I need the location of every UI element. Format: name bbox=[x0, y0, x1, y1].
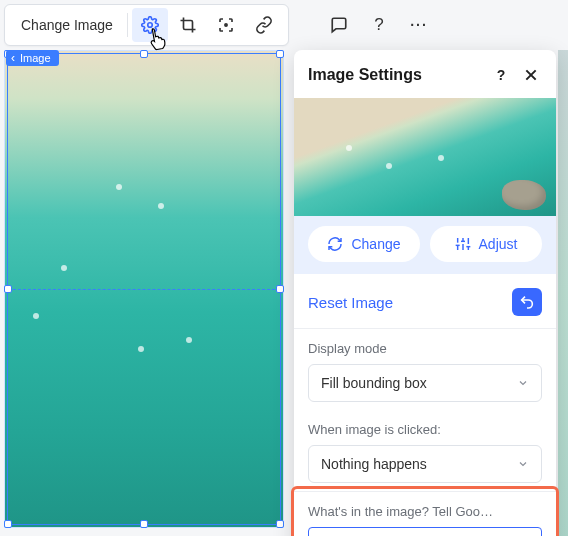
preview-block: Change Adjust bbox=[294, 98, 556, 274]
click-action-select[interactable]: Nothing happens bbox=[308, 445, 542, 483]
click-action-section: When image is clicked: Nothing happens bbox=[294, 410, 556, 491]
secondary-toolbar: ? ··· bbox=[316, 4, 442, 46]
crop-button[interactable] bbox=[170, 8, 206, 42]
display-mode-section: Display mode Fill bounding box bbox=[294, 329, 556, 410]
help-icon: ? bbox=[374, 15, 383, 35]
separator bbox=[127, 13, 128, 37]
click-action-value: Nothing happens bbox=[321, 456, 427, 472]
link-button[interactable] bbox=[246, 8, 282, 42]
more-icon: ··· bbox=[410, 17, 428, 33]
undo-icon bbox=[519, 294, 535, 310]
panel-title: Image Settings bbox=[308, 66, 482, 84]
undo-button[interactable] bbox=[512, 288, 542, 316]
change-button[interactable]: Change bbox=[308, 226, 420, 262]
help-button[interactable]: ? bbox=[362, 8, 396, 42]
reset-row: Reset Image bbox=[294, 274, 556, 328]
comment-button[interactable] bbox=[322, 8, 356, 42]
resize-handle[interactable] bbox=[276, 285, 284, 293]
panel-header: Image Settings ? bbox=[294, 50, 556, 98]
gear-icon bbox=[141, 16, 159, 34]
svg-point-0 bbox=[148, 23, 153, 28]
more-button[interactable]: ··· bbox=[402, 8, 436, 42]
resize-handle[interactable] bbox=[4, 520, 12, 528]
selection-outline bbox=[7, 53, 281, 525]
display-mode-label: Display mode bbox=[308, 341, 542, 356]
resize-handle[interactable] bbox=[276, 520, 284, 528]
chevron-down-icon bbox=[517, 458, 529, 470]
focal-point-icon bbox=[217, 16, 235, 34]
chevron-down-icon bbox=[517, 377, 529, 389]
focal-point-button[interactable] bbox=[208, 8, 244, 42]
resize-handle[interactable] bbox=[4, 285, 12, 293]
panel-close-button[interactable] bbox=[520, 64, 542, 86]
crop-icon bbox=[179, 16, 197, 34]
alt-text-input[interactable] bbox=[308, 527, 542, 536]
image-canvas[interactable] bbox=[4, 50, 284, 528]
alt-text-section: What's in the image? Tell Goo… bbox=[294, 492, 556, 536]
resize-handle[interactable] bbox=[140, 50, 148, 58]
comment-icon bbox=[330, 16, 348, 34]
settings-button[interactable] bbox=[132, 8, 168, 42]
reset-image-button[interactable]: Reset Image bbox=[308, 294, 512, 311]
preview-image bbox=[294, 98, 556, 216]
element-tag[interactable]: Image bbox=[6, 50, 59, 66]
change-button-label: Change bbox=[351, 236, 400, 252]
resize-handle[interactable] bbox=[140, 520, 148, 528]
resize-handle[interactable] bbox=[276, 50, 284, 58]
close-icon bbox=[523, 67, 539, 83]
background-strip bbox=[558, 50, 568, 536]
sliders-icon bbox=[455, 236, 471, 252]
svg-point-1 bbox=[225, 24, 227, 26]
link-icon bbox=[255, 16, 273, 34]
click-action-label: When image is clicked: bbox=[308, 422, 542, 437]
adjust-button[interactable]: Adjust bbox=[430, 226, 542, 262]
image-toolbar: Change Image bbox=[4, 4, 289, 46]
refresh-icon bbox=[327, 236, 343, 252]
panel-help-button[interactable]: ? bbox=[490, 64, 512, 86]
alt-text-label: What's in the image? Tell Goo… bbox=[308, 504, 542, 519]
help-icon: ? bbox=[497, 67, 506, 83]
adjust-button-label: Adjust bbox=[479, 236, 518, 252]
change-image-button[interactable]: Change Image bbox=[11, 11, 123, 39]
display-mode-select[interactable]: Fill bounding box bbox=[308, 364, 542, 402]
display-mode-value: Fill bounding box bbox=[321, 375, 427, 391]
image-settings-panel: Image Settings ? Change Adjust Reset Im bbox=[294, 50, 556, 536]
